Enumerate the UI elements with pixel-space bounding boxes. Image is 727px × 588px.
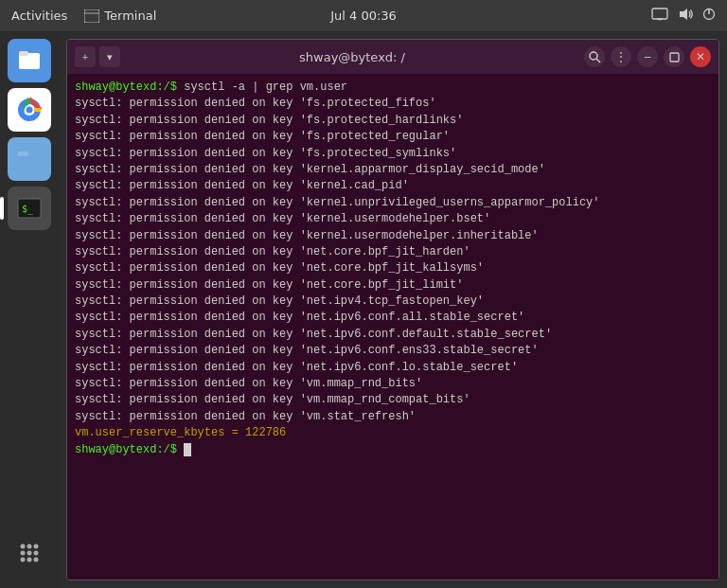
svg-point-21	[34, 544, 39, 549]
terminal-line: sysctl: permission denied on key 'net.co…	[75, 244, 711, 260]
svg-point-24	[34, 551, 39, 556]
svg-text:$_: $_	[22, 204, 34, 215]
svg-rect-0	[84, 9, 99, 23]
terminal-line: sysctl: permission denied on key 'fs.pro…	[75, 146, 711, 162]
svg-point-20	[27, 544, 32, 549]
terminal-app-label: Terminal	[84, 9, 156, 23]
svg-rect-2	[652, 9, 667, 19]
terminal-title: shway@bytexd: /	[126, 50, 578, 64]
terminal-line: sysctl: permission denied on key 'net.ip…	[75, 310, 711, 326]
folder-icon	[16, 148, 43, 170]
svg-rect-9	[19, 51, 28, 56]
chrome-icon	[16, 97, 43, 123]
svg-point-27	[34, 558, 39, 562]
system-bar: Activities Terminal Jul 4 00:36	[0, 0, 727, 31]
sidebar-item-terminal[interactable]: $_	[8, 187, 51, 230]
volume-icon	[678, 8, 693, 24]
system-bar-right	[651, 8, 716, 24]
terminal-window: + ▾ shway@bytexd: / ⋮ – ✕	[66, 39, 719, 580]
svg-rect-30	[670, 53, 679, 62]
terminal-line: sysctl: permission denied on key 'vm.mma…	[75, 392, 711, 408]
terminal-line: sysctl: permission denied on key 'vm.mma…	[75, 376, 711, 392]
maximize-button[interactable]	[664, 46, 684, 67]
search-icon	[589, 51, 601, 63]
terminal-titlebar-left: + ▾	[75, 46, 120, 67]
svg-point-22	[21, 551, 26, 556]
search-button[interactable]	[584, 46, 605, 67]
terminal-line: sysctl: permission denied on key 'net.co…	[75, 277, 711, 294]
sidebar-item-folder[interactable]	[8, 137, 51, 181]
system-bar-datetime: Jul 4 00:36	[330, 9, 397, 23]
system-bar-left: Activities Terminal	[11, 9, 156, 23]
terminal-lines: shway@bytexd:/$ sysctl -a | grep vm.user…	[75, 80, 711, 458]
terminal-line: sysctl: permission denied on key 'kernel…	[75, 228, 711, 244]
svg-point-25	[21, 558, 26, 562]
svg-point-26	[27, 558, 32, 562]
terminal-titlebar-right: ⋮ – ✕	[584, 46, 711, 67]
terminal-content[interactable]: shway@bytexd:/$ sysctl -a | grep vm.user…	[67, 74, 718, 579]
terminal-line: sysctl: permission denied on key 'net.ip…	[75, 294, 711, 310]
terminal-line: sysctl: permission denied on key 'net.ip…	[75, 343, 711, 359]
grid-icon	[16, 540, 43, 566]
terminal-titlebar: + ▾ shway@bytexd: / ⋮ – ✕	[67, 40, 718, 74]
screen-icon	[651, 8, 668, 24]
sidebar-item-chrome[interactable]	[8, 88, 51, 132]
close-button[interactable]: ✕	[690, 46, 711, 67]
dropdown-button[interactable]: ▾	[99, 46, 120, 67]
sidebar-item-app-grid[interactable]	[8, 531, 51, 575]
files-icon	[16, 47, 43, 74]
menu-button[interactable]: ⋮	[611, 46, 631, 67]
power-icon	[702, 8, 716, 24]
main-area: $_ + ▾ shway@bytexd: /	[0, 31, 727, 588]
new-tab-button[interactable]: +	[75, 46, 96, 67]
terminal-line: sysctl: permission denied on key 'kernel…	[75, 162, 711, 178]
terminal-line: vm.user_reserve_kbytes = 122786	[75, 425, 711, 441]
terminal-line: sysctl: permission denied on key 'fs.pro…	[75, 113, 711, 129]
svg-point-19	[21, 544, 26, 549]
terminal-line: sysctl: permission denied on key 'vm.sta…	[75, 409, 711, 425]
terminal-icon: $_	[17, 198, 42, 219]
terminal-line: sysctl: permission denied on key 'kernel…	[75, 195, 711, 211]
terminal-window-icon	[84, 9, 99, 23]
terminal-line: sysctl: permission denied on key 'kernel…	[75, 211, 711, 227]
terminal-line: sysctl: permission denied on key 'net.co…	[75, 260, 711, 276]
terminal-line: sysctl: permission denied on key 'fs.pro…	[75, 129, 711, 145]
svg-rect-16	[17, 151, 28, 156]
svg-point-14	[27, 107, 33, 114]
svg-point-28	[590, 52, 597, 60]
svg-point-23	[27, 551, 32, 556]
maximize-icon	[669, 52, 680, 62]
terminal-line: shway@bytexd:/$	[75, 442, 711, 458]
activities-label[interactable]: Activities	[11, 9, 67, 23]
svg-line-29	[596, 59, 600, 62]
terminal-line: sysctl: permission denied on key 'fs.pro…	[75, 96, 711, 112]
sidebar: $_	[0, 31, 59, 588]
sidebar-item-files[interactable]	[8, 39, 51, 82]
terminal-line: sysctl: permission denied on key 'net.ip…	[75, 327, 711, 343]
terminal-line: sysctl: permission denied on key 'kernel…	[75, 178, 711, 194]
terminal-line: shway@bytexd:/$ sysctl -a | grep vm.user	[75, 80, 711, 96]
minimize-button[interactable]: –	[637, 46, 658, 67]
svg-marker-5	[680, 9, 687, 20]
terminal-line: sysctl: permission denied on key 'net.ip…	[75, 360, 711, 376]
